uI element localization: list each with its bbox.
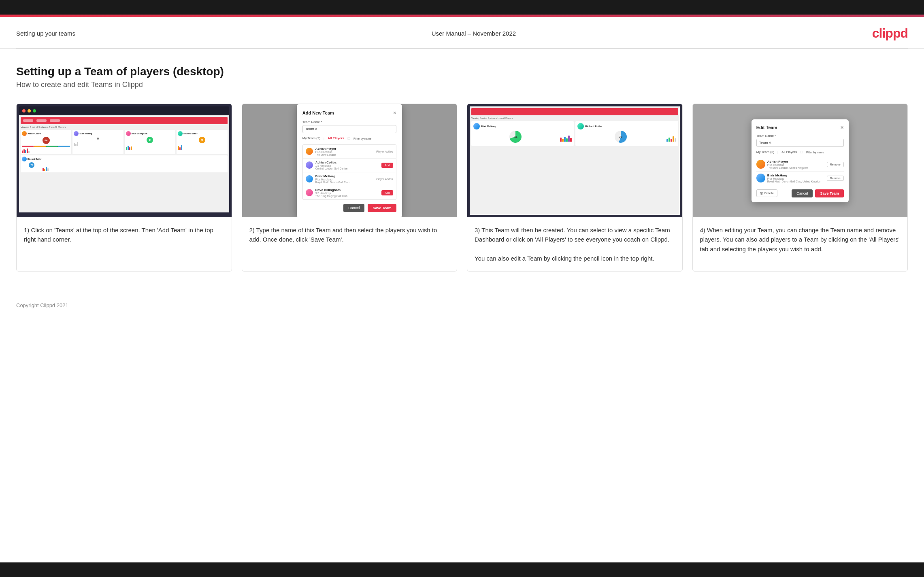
player-club-3: Plus HandicapRoyal North Devon Golf Club — [315, 178, 374, 184]
edit-team-name-input[interactable]: Team A — [756, 139, 844, 147]
modal-team-name-input[interactable]: Team A — [302, 125, 396, 133]
ss1-bars-4 — [178, 144, 226, 150]
tab-all-players[interactable]: All Players — [328, 136, 344, 141]
ss1-score-1: 84 — [43, 137, 50, 144]
ss1-bar-a — [22, 151, 23, 153]
ss1-score-3: 94 — [147, 137, 153, 143]
modal-title: Add New Team — [302, 110, 334, 115]
ss3-player-header-2: Richard Butler — [577, 123, 676, 129]
player-avatar-3 — [306, 175, 313, 182]
ss1-color-bars-1 — [22, 146, 70, 147]
ss3-score-circle-2: 72 — [615, 131, 627, 143]
ss1-bars-5 — [43, 165, 49, 171]
player-info-3: Blair McHarg Plus HandicapRoyal North De… — [315, 174, 374, 184]
card-2-screenshot: Add New Team × Team Name * Team A My Tea… — [242, 104, 457, 217]
bottom-bar — [0, 562, 924, 577]
ss3-avatar-2 — [577, 123, 584, 129]
modal-filter-by-name[interactable]: Filter by name — [353, 137, 371, 140]
modal-team-name-label: Team Name * — [302, 120, 396, 124]
ss1-avatar-1 — [22, 131, 27, 136]
card-1-text: 1) Click on 'Teams' at the top of the sc… — [17, 217, 232, 271]
edit-tab-all-players[interactable]: All Players — [781, 150, 797, 155]
main-content: Setting up a Team of players (desktop) H… — [0, 49, 924, 296]
modal-header: Add New Team × — [302, 110, 396, 116]
ss1-player-header-5: Richard Butler — [22, 157, 41, 161]
edit-modal-footer: 🗑 Delete Cancel Save Team — [756, 189, 844, 197]
delete-label: Delete — [764, 191, 774, 195]
ss1-nav-logo — [23, 119, 33, 122]
ss1-player-card-1: Adrian Collins 84 — [21, 130, 71, 154]
player-avatar-2 — [306, 161, 313, 169]
ss1-content: Viewing 5 out of 5 players from All Play… — [19, 115, 229, 212]
ss1-score-2: 0 — [74, 137, 122, 140]
ss3-bar2-c — [671, 139, 672, 142]
player-row-2: Adrian Coliba 1.5 HandicapCentral London… — [303, 159, 396, 172]
player-row-1: Adrian Player Plus HandicapThe Stow Lond… — [303, 145, 396, 159]
header-section-label: Setting up your teams — [16, 30, 75, 37]
ss1-bar5-d — [47, 168, 49, 171]
ss1-player-card-bottom: Richard Butler 72 — [21, 155, 228, 172]
ss3-avatar-1 — [473, 123, 480, 129]
save-team-button[interactable]: Save Team — [368, 204, 396, 212]
ss1-bar3-c — [129, 147, 130, 150]
player-club-1: Plus HandicapThe Stow London — [315, 151, 374, 156]
cancel-button[interactable]: Cancel — [343, 204, 364, 212]
edit-save-team-button[interactable]: Save Team — [815, 189, 843, 197]
ss3-content: Viewing 5 out of 5 players from All Play… — [470, 106, 680, 215]
header-manual-title: User Manual – November 2022 — [432, 30, 516, 37]
ss1-player-name-2: Blair McHarg — [79, 132, 92, 135]
remove-player-2-button[interactable]: Remove — [827, 176, 844, 181]
ss3-bar2-b — [669, 138, 670, 142]
player-action-3: Player Added — [376, 178, 393, 180]
ss3-player-name-2: Richard Butler — [585, 125, 602, 127]
remove-player-1-button[interactable]: Remove — [827, 162, 844, 167]
edit-tab-my-team[interactable]: My Team (2) — [756, 150, 774, 155]
edit-player-details-1: Plus HandicapThe Stow London, United Kin… — [767, 163, 825, 169]
ss1-bars-2 — [74, 140, 122, 146]
player-list: Adrian Player Plus HandicapThe Stow Lond… — [302, 144, 396, 200]
ss1-player-card-4: Richard Butler 78 — [177, 130, 227, 154]
card-3-text: 3) This Team will then be created. You c… — [467, 217, 682, 271]
add-new-team-modal: Add New Team × Team Name * Team A My Tea… — [297, 104, 402, 217]
ss1-bar-e — [28, 151, 30, 153]
ss1-bar5-b — [44, 169, 45, 171]
player-row-4: Dave Billingham 3.5 HandicapThe Drag Mag… — [303, 186, 396, 199]
card-1-screenshot: Viewing 5 out of 5 players from All Play… — [17, 104, 232, 217]
modal-footer: Cancel Save Team — [302, 204, 396, 212]
ss1-bar3-d — [131, 146, 132, 150]
tab-my-team[interactable]: My Team (2) — [302, 136, 320, 141]
ss1-player-card-3: Dave Billingham 94 — [125, 130, 175, 154]
ss1-player-name-4: Richard Butler — [183, 132, 197, 135]
trash-icon: 🗑 — [760, 191, 763, 195]
edit-team-name-label: Team Name * — [756, 134, 844, 138]
header: Setting up your teams User Manual – Nove… — [0, 17, 924, 49]
ss3-bar2-a — [666, 139, 668, 142]
ss1-bars-1 — [22, 147, 70, 153]
ss1-topbar — [19, 106, 229, 115]
ss1-player-card-2: Blair McHarg 0 — [72, 130, 123, 154]
ss3-bars-2 — [666, 134, 676, 142]
ss1-dot-green — [33, 109, 36, 112]
modal-close-icon[interactable]: × — [393, 110, 396, 116]
modal-tabs: My Team (2) | All Players ☐ Filter by na… — [302, 136, 396, 141]
delete-team-button[interactable]: 🗑 Delete — [756, 189, 777, 197]
ss1-bar2-c — [77, 142, 78, 146]
copyright-text: Copyright Clippd 2021 — [16, 302, 68, 308]
add-player-4-button[interactable]: Add — [381, 190, 393, 195]
add-player-2-button[interactable]: Add — [381, 163, 393, 168]
edit-modal-filter[interactable]: Filter by name — [806, 151, 824, 154]
edit-player-avatar-2 — [756, 174, 765, 182]
ss1-bar-d — [27, 148, 28, 153]
ss1-nav-item1 — [36, 119, 47, 122]
ss1-avatar-3 — [126, 131, 131, 136]
ss3-bar1-a — [560, 138, 562, 142]
ss1-avatar-5 — [22, 157, 27, 161]
edit-cancel-button[interactable]: Cancel — [792, 189, 813, 197]
page-footer: Copyright Clippd 2021 — [0, 296, 924, 315]
ss3-bar2-d — [673, 136, 674, 142]
page-title: Setting up a Team of players (desktop) — [16, 65, 908, 78]
ss1-bar2-b — [75, 144, 77, 146]
card-4-text: 4) When editing your Team, you can chang… — [693, 217, 908, 271]
player-info-4: Dave Billingham 3.5 HandicapThe Drag Mag… — [315, 188, 379, 197]
edit-modal-close-icon[interactable]: × — [841, 124, 844, 131]
